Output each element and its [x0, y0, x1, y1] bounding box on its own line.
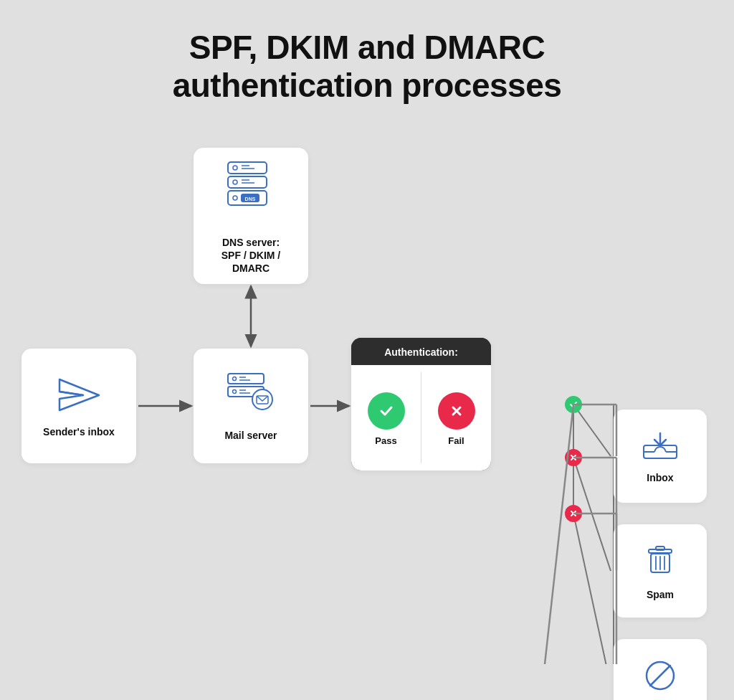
svg-point-32: [232, 377, 236, 381]
fail-dot-spam: [565, 449, 582, 466]
fail-icon: [438, 392, 475, 430]
svg-rect-52: [656, 547, 664, 550]
auth-header: Authentication:: [351, 338, 491, 365]
diagram-area: DNS DNS server: SPF / DKIM / DMARC Sende…: [0, 126, 734, 664]
mailserver-icon: [224, 372, 278, 422]
svg-point-22: [233, 180, 237, 184]
svg-line-59: [545, 405, 573, 664]
svg-point-36: [232, 390, 236, 394]
svg-line-8: [573, 514, 611, 664]
auth-pass-section: Pass: [351, 365, 421, 470]
sender-icon: [56, 376, 103, 418]
page-title: SPF, DKIM and DMARC authentication proce…: [0, 0, 734, 126]
svg-line-30: [59, 392, 83, 395]
fail-dot-block: [565, 505, 582, 522]
svg-line-58: [650, 666, 670, 686]
spam-card-label: Spam: [647, 588, 674, 601]
mailserver-card: Mail server: [194, 349, 308, 463]
spam-card: Spam: [614, 524, 707, 618]
dns-card-label: DNS server: SPF / DKIM / DMARC: [221, 223, 280, 275]
mailserver-card-label: Mail server: [224, 429, 277, 442]
auth-fail-section: Fail: [421, 365, 491, 470]
svg-line-6: [573, 405, 611, 456]
fail-label: Fail: [448, 435, 464, 446]
dns-card: DNS DNS server: SPF / DKIM / DMARC: [194, 148, 308, 284]
inbox-icon: [642, 431, 679, 464]
svg-rect-31: [228, 374, 264, 384]
inbox-card: Inbox: [614, 410, 707, 503]
svg-point-18: [233, 166, 237, 170]
inbox-card-label: Inbox: [647, 471, 673, 484]
auth-body: Pass Fail: [351, 365, 491, 470]
block-card: Block: [614, 639, 707, 700]
pass-dot: [565, 396, 582, 413]
dns-icon: DNS: [222, 159, 280, 216]
sender-card-label: Sender's inbox: [43, 425, 115, 438]
auth-card: Authentication: Pass: [351, 338, 491, 470]
svg-rect-21: [228, 176, 267, 188]
svg-point-26: [233, 196, 237, 200]
svg-text:DNS: DNS: [245, 197, 256, 202]
pass-icon: [368, 392, 405, 430]
svg-point-39: [252, 389, 272, 410]
pass-label: Pass: [375, 435, 396, 446]
spam-icon: [643, 544, 677, 581]
block-icon: [642, 658, 678, 696]
svg-rect-17: [228, 162, 267, 174]
sender-card: Sender's inbox: [22, 349, 136, 463]
